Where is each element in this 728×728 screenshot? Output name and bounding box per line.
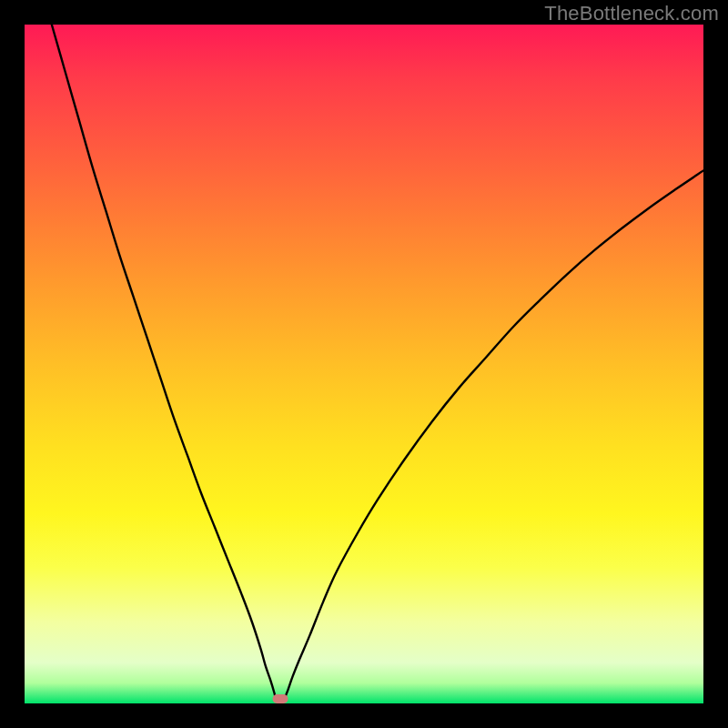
chart-frame: TheBottleneck.com [0, 0, 728, 728]
curve-layer [25, 25, 703, 703]
curve-right-branch [284, 170, 703, 700]
plot-area [25, 25, 703, 703]
watermark-text: TheBottleneck.com [544, 2, 719, 25]
minimum-marker [272, 694, 288, 703]
curve-left-branch [52, 25, 276, 700]
